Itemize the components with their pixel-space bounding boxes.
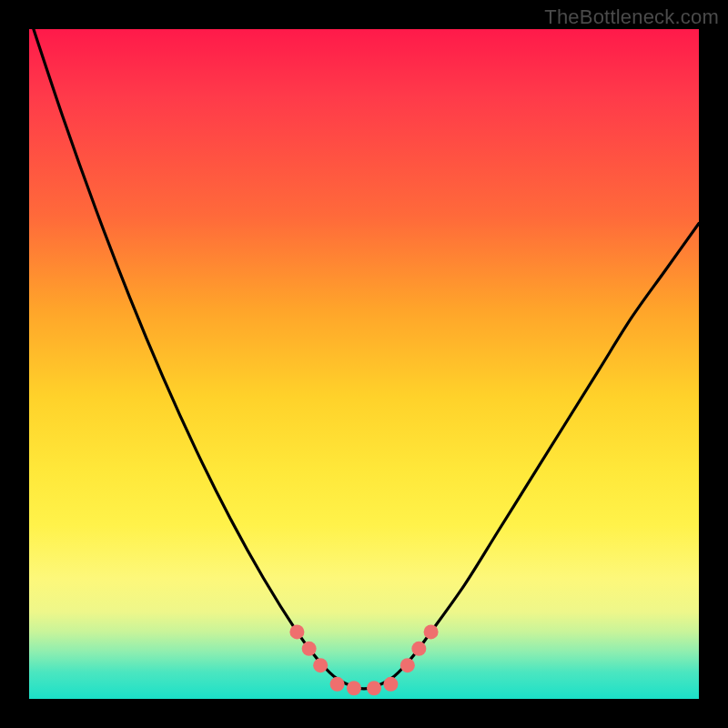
trough-marker: [411, 642, 426, 656]
trough-marker: [289, 624, 304, 639]
trough-marker: [313, 658, 328, 672]
trough-marker: [383, 677, 398, 692]
plot-area: [29, 29, 699, 699]
trough-marker: [302, 642, 317, 656]
watermark-text: TheBottleneck.com: [544, 5, 719, 29]
trough-marker: [330, 677, 345, 692]
trough-marker: [400, 658, 415, 672]
chart-svg: [29, 29, 699, 699]
curve-line: [29, 29, 699, 689]
trough-marker: [424, 624, 439, 639]
trough-markers: [289, 624, 438, 695]
chart-frame: TheBottleneck.com: [0, 0, 728, 728]
trough-marker: [347, 681, 361, 695]
trough-marker: [367, 681, 381, 695]
